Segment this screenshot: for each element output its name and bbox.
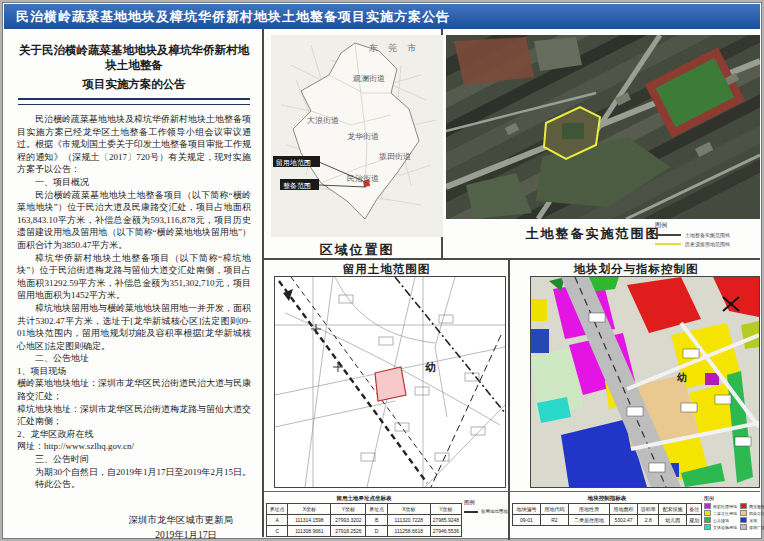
legend-title: 图例 <box>464 499 508 506</box>
cell: 27993.3202 <box>331 515 366 526</box>
col-header: 用地性质 <box>568 504 609 515</box>
divider-vertical-bottom <box>508 260 510 540</box>
street-label: 龙华街道 <box>347 132 379 141</box>
cell: 27918.2526 <box>331 526 366 537</box>
project-inner-plot <box>562 123 584 139</box>
legend-color-swatch <box>704 524 711 530</box>
cell: 规划 <box>687 515 702 526</box>
legend-label: 四类居住用地 <box>749 511 764 516</box>
notice-paragraph: 特此公告。 <box>17 478 251 491</box>
cell: 111314.1598 <box>288 515 331 526</box>
cleared-land <box>454 37 534 85</box>
col-header: 备注 <box>687 504 702 515</box>
legend-label: 文体设施用地 <box>713 525 737 530</box>
page-title: 民治横岭蔬菜基地地块及樟坑华侨新村地块土地整备项目实施方案公告 <box>4 4 760 29</box>
cell: 27985.9248 <box>430 515 461 526</box>
annotation-boxes <box>339 295 485 461</box>
notice-paragraph: 樟坑地块地址：深圳市龙华区民治街道梅龙路与留仙大道交汇处南侧； <box>17 403 251 428</box>
legend-color-swatch <box>704 517 711 523</box>
notice-page: 民治横岭蔬菜基地地块及樟坑华侨新村地块土地整备项目实施方案公告 关于民治横岭蔬菜… <box>2 2 762 539</box>
cell: A <box>267 515 288 526</box>
reserved-map-title: 留用土地范围图 <box>265 262 508 277</box>
satellite-legend-title: 图例 <box>655 221 761 230</box>
heading-rule <box>18 98 250 105</box>
cell: 二类居住用地 <box>568 515 609 526</box>
notice-section-heading: 一、项目概况 <box>17 176 251 189</box>
notice-document: 关于民治横岭蔬菜基地地块及樟坑华侨新村地块土地整备 项目实施方案的公告 民治横岭… <box>6 31 262 536</box>
notice-paragraph: 樟坑华侨新村地块土地整备项目（以下简称“樟坑地块”）位于民治街道梅龙路与留仙大道… <box>17 252 251 302</box>
cell: 27946.5536 <box>430 526 461 537</box>
legend-color-swatch <box>740 517 747 523</box>
notice-paragraph: 民治横岭蔬菜基地地块及樟坑华侨新村地块土地整备项目实施方案已经龙华区土地整备工作… <box>17 113 251 176</box>
table-row: A 111314.1598 27993.3202 B 111320.7228 2… <box>267 515 462 526</box>
city-label: 东 莞 市 <box>368 43 421 53</box>
kindergarten-label: 幼 <box>676 372 687 383</box>
legend-label: 历史遗留用地范围线 <box>685 241 730 247</box>
building-block <box>534 37 582 71</box>
legend-line-swatch <box>655 234 681 236</box>
callout-label: 整备范围 <box>283 182 311 190</box>
cell: C <box>267 526 288 537</box>
legend-color-swatch <box>704 503 711 509</box>
legend-label: 水域 <box>749 518 757 523</box>
cell: 111258.6618 <box>387 526 430 537</box>
legend-color-swatch <box>704 510 711 516</box>
col-header: Y坐标 <box>430 504 461 515</box>
legend-title: 图例 <box>704 495 762 501</box>
col-header: 界址点 <box>267 504 288 515</box>
satellite-map-svg <box>446 35 760 219</box>
cell: 2.8 <box>638 515 659 526</box>
table-row: 09-01 R2 二类居住用地 5302.47 2.8 幼儿园 规划 <box>513 515 702 526</box>
zone-yellow-corner <box>531 299 547 321</box>
notice-heading-line1: 关于民治横岭蔬菜基地地块及樟坑华侨新村地块土地整备 <box>17 43 251 73</box>
street-label: 民治街道 <box>347 174 379 183</box>
legend-label: 道路广场用地 <box>749 525 764 530</box>
street-label: 大浪街道 <box>307 116 339 125</box>
table-header-row: 地块编号 用地代码 用地性质 用地面积 容积率 配套设施 备注 <box>513 504 702 515</box>
coordinate-table: 留用土地界址点坐标表 界址点 X坐标 Y坐标 界址点 X坐标 Y坐标 A 111… <box>266 495 462 537</box>
reserved-map-svg: 幼 <box>274 276 506 488</box>
notice-heading-line2: 项目实施方案的公告 <box>17 77 251 92</box>
notice-paragraph: 樟坑地块留用地与横岭菜地地块留用地一并开发，面积共计5302.47平方米，选址于… <box>17 302 251 352</box>
col-header: X坐标 <box>288 504 331 515</box>
legend-color-swatch <box>740 503 747 509</box>
region-map-svg: 东 莞 市 观澜街道 大浪街道 龙华街道 坂田街道 民治街道 留用地范围 整备范… <box>271 35 443 237</box>
legend-label: 公共绿地 <box>713 518 729 523</box>
issue-date: 2019年1月17日 <box>17 528 251 541</box>
control-map-svg: 幼 <box>530 276 760 488</box>
legend-label: 留用地范围线 <box>481 509 508 514</box>
cell: 幼儿园 <box>659 515 687 526</box>
table-header-row: 界址点 X坐标 Y坐标 界址点 X坐标 Y坐标 <box>267 504 462 515</box>
legend-label: 商业服务业用地 <box>749 504 764 509</box>
legend-line-swatch <box>655 243 681 245</box>
cell: 09-01 <box>513 515 541 526</box>
satellite-legend: 图例 土地整备实施范围线 历史遗留用地范围线 <box>655 221 761 250</box>
legend-label: 二类居住用地 <box>713 511 737 516</box>
control-map-title: 地块划分与指标控制图 <box>510 262 762 277</box>
reserved-parcel <box>375 367 406 401</box>
coordinate-table-title: 留用土地界址点坐标表 <box>266 495 462 502</box>
legend-label: 政府社团用地 <box>713 504 737 509</box>
notice-paragraph: 为期30个自然日，自2019年1月17日至2019年2月15日。 <box>17 466 251 479</box>
divider-horizontal-tables <box>264 491 760 492</box>
notice-paragraph: 2、龙华区政府在线 <box>17 428 251 441</box>
notice-url-line: 网址：http://www.szlhq.gov.cn/ <box>17 440 251 453</box>
col-header: 用地代码 <box>540 504 568 515</box>
legend-color-swatch <box>740 524 747 530</box>
notice-section-heading: 二、公告地址 <box>17 352 251 365</box>
cell: D <box>366 526 387 537</box>
table-row: C 111308.9661 27918.2526 D 111258.6618 2… <box>267 526 462 537</box>
col-header: Y坐标 <box>331 504 366 515</box>
cell: 111308.9661 <box>288 526 331 537</box>
legend-label: 土地整备实施范围线 <box>685 232 730 238</box>
col-header: X坐标 <box>387 504 430 515</box>
notice-section-heading: 三、公告时间 <box>17 453 251 466</box>
col-header: 地块编号 <box>513 504 541 515</box>
kindergarten-label: 幼 <box>425 361 436 373</box>
control-table-title: 地块控制指标表 <box>512 495 702 502</box>
divider-vertical-main <box>262 29 264 537</box>
zone-purple-chip <box>705 373 719 385</box>
street-label: 坂田街道 <box>378 152 411 161</box>
col-header: 界址点 <box>366 504 387 515</box>
col-header: 配套设施 <box>659 504 687 515</box>
